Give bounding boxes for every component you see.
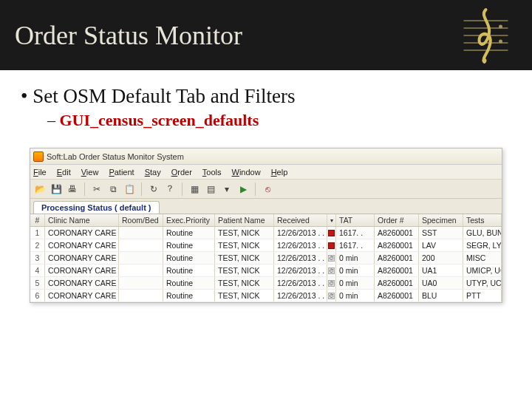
cell-num: 1 bbox=[30, 227, 45, 239]
col-flag[interactable]: ▾ bbox=[327, 214, 336, 226]
torn-paper-edge bbox=[9, 318, 523, 331]
save-icon[interactable]: 💾 bbox=[50, 183, 63, 196]
menu-bar: File Edit View Patient Stay Order Tools … bbox=[30, 165, 502, 180]
paste-icon[interactable]: 📋 bbox=[123, 183, 136, 196]
cell-clinic: CORONARY CARE bbox=[45, 239, 119, 251]
run-icon[interactable]: ▶ bbox=[236, 183, 250, 196]
cell-priority: Routine bbox=[163, 227, 215, 239]
menu-stay[interactable]: Stay bbox=[145, 168, 161, 177]
cell-patient: TEST, NICK bbox=[215, 252, 274, 264]
exit-icon[interactable]: ⎋ bbox=[261, 183, 274, 196]
cell-num: 3 bbox=[30, 252, 45, 264]
menu-patient[interactable]: Patient bbox=[109, 168, 134, 177]
cell-flag: ⏱ bbox=[327, 252, 336, 264]
help-icon[interactable]: ？ bbox=[163, 183, 177, 196]
grid-icon[interactable]: ▦ bbox=[188, 183, 201, 196]
cell-room bbox=[119, 239, 163, 251]
cell-clinic: CORONARY CARE bbox=[45, 277, 119, 289]
cell-tests: UTYP, UCOLR, U... bbox=[463, 277, 502, 289]
menu-file[interactable]: File bbox=[33, 168, 47, 177]
cell-tat: 1617. . bbox=[336, 239, 375, 251]
cell-patient: TEST, NICK bbox=[215, 227, 274, 239]
cell-received: 12/26/2013 . . bbox=[274, 252, 327, 264]
cell-specimen: UA1 bbox=[419, 265, 463, 276]
cell-order: A8260001 bbox=[375, 277, 419, 289]
cell-room bbox=[119, 277, 163, 289]
cell-order: A8260001 bbox=[375, 227, 419, 239]
tat-alert-icon bbox=[328, 230, 335, 236]
cut-icon[interactable]: ✂ bbox=[90, 183, 103, 196]
tat-ok-icon: ⏱ bbox=[328, 293, 335, 299]
treble-clef-icon bbox=[458, 6, 514, 65]
cell-flag: ⏱ bbox=[327, 277, 336, 289]
table-row[interactable]: 3CORONARY CARERoutineTEST, NICK12/26/201… bbox=[30, 252, 502, 265]
results-grid: # Clinic Name Room/Bed Exec.Priority Pat… bbox=[30, 214, 502, 302]
cell-received: 12/26/2013 . . bbox=[274, 277, 327, 289]
menu-view[interactable]: View bbox=[81, 168, 99, 177]
menu-help[interactable]: Help bbox=[271, 168, 288, 177]
cell-priority: Routine bbox=[163, 239, 215, 251]
svg-point-7 bbox=[499, 40, 502, 44]
app-window: Soft:Lab Order Status Monitor System Fil… bbox=[30, 148, 502, 303]
menu-edit[interactable]: Edit bbox=[57, 168, 71, 177]
cell-received: 12/26/2013 . . bbox=[274, 239, 327, 251]
table-row[interactable]: 5CORONARY CARERoutineTEST, NICK12/26/201… bbox=[30, 277, 502, 290]
cell-num: 5 bbox=[30, 277, 45, 289]
cell-tests: GLU, BUN, CREA... bbox=[463, 227, 502, 239]
table-row[interactable]: 2CORONARY CARERoutineTEST, NICK12/26/201… bbox=[30, 239, 502, 252]
tab-processing-status[interactable]: Processing Status ( default ) bbox=[33, 201, 160, 214]
menu-window[interactable]: Window bbox=[231, 168, 260, 177]
slide-header: Order Status Monitor bbox=[0, 0, 532, 70]
print-icon[interactable]: 🖶 bbox=[66, 183, 79, 196]
col-received[interactable]: Received bbox=[274, 214, 327, 226]
filter-icon[interactable]: ▾ bbox=[220, 183, 233, 196]
tat-ok-icon: ⏱ bbox=[328, 280, 335, 287]
cell-priority: Routine bbox=[163, 252, 215, 264]
col-room[interactable]: Room/Bed bbox=[119, 214, 163, 226]
cell-clinic: CORONARY CARE bbox=[45, 252, 119, 264]
cell-room bbox=[119, 227, 163, 239]
cell-order: A8260001 bbox=[375, 290, 419, 301]
col-tests[interactable]: Tests bbox=[463, 214, 502, 226]
refresh-icon[interactable]: ↻ bbox=[147, 183, 160, 196]
cell-tests: PTT bbox=[463, 290, 502, 301]
table-row[interactable]: 1CORONARY CARERoutineTEST, NICK12/26/201… bbox=[30, 227, 502, 239]
cell-received: 12/26/2013 . . bbox=[274, 265, 327, 276]
copy-icon[interactable]: ⧉ bbox=[106, 183, 120, 196]
cell-specimen: LAV bbox=[419, 239, 463, 251]
chart-icon[interactable]: ▤ bbox=[204, 183, 217, 196]
menu-order[interactable]: Order bbox=[171, 168, 192, 177]
col-specimen[interactable]: Specimen bbox=[419, 214, 463, 226]
cell-clinic: CORONARY CARE bbox=[45, 290, 119, 301]
cell-room bbox=[119, 290, 163, 301]
cell-patient: TEST, NICK bbox=[215, 265, 274, 276]
cell-tat: 0 min bbox=[336, 252, 375, 264]
cell-flag: ⏱ bbox=[327, 290, 336, 301]
grid-header: # Clinic Name Room/Bed Exec.Priority Pat… bbox=[30, 214, 502, 227]
cell-specimen: UA0 bbox=[419, 277, 463, 289]
col-patient[interactable]: Patient Name bbox=[215, 214, 274, 226]
cell-specimen: 200 bbox=[419, 252, 463, 264]
cell-room bbox=[119, 265, 163, 276]
menu-tools[interactable]: Tools bbox=[202, 168, 222, 177]
table-row[interactable]: 4CORONARY CARERoutineTEST, NICK12/26/201… bbox=[30, 265, 502, 277]
table-row[interactable]: 6CORONARY CARERoutineTEST, NICK12/26/201… bbox=[30, 290, 502, 302]
cell-flag: ⏱ bbox=[327, 265, 336, 276]
col-order[interactable]: Order # bbox=[375, 214, 419, 226]
bullet-main: Set OSM Default Tab and Filters bbox=[21, 85, 511, 108]
cell-tat: 0 min bbox=[336, 277, 375, 289]
col-num[interactable]: # bbox=[30, 214, 45, 226]
cell-received: 12/26/2013 . . bbox=[274, 290, 327, 301]
open-icon[interactable]: 📂 bbox=[33, 183, 47, 196]
cell-order: A8260001 bbox=[375, 265, 419, 276]
bullet-sub: GUI_census_screen_defaults bbox=[21, 111, 511, 130]
col-clinic[interactable]: Clinic Name bbox=[45, 214, 119, 226]
cell-patient: TEST, NICK bbox=[215, 239, 274, 251]
col-tat[interactable]: TAT bbox=[336, 214, 375, 226]
cell-specimen: SST bbox=[419, 227, 463, 239]
cell-flag bbox=[327, 227, 336, 239]
tat-ok-icon: ⏱ bbox=[328, 255, 335, 262]
tab-strip: Processing Status ( default ) bbox=[30, 199, 502, 214]
col-priority[interactable]: Exec.Priority bbox=[163, 214, 215, 226]
cell-num: 6 bbox=[30, 290, 45, 301]
